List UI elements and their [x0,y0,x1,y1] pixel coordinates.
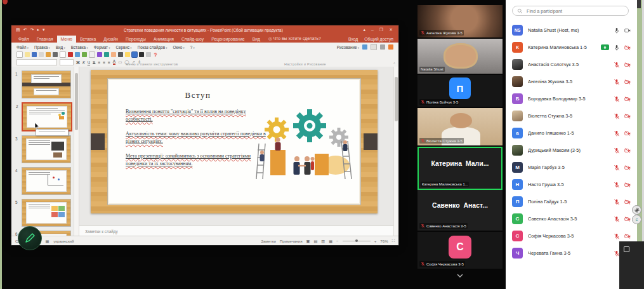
align-right-icon[interactable]: ≡ [108,60,110,65]
camera-off-icon[interactable] [624,96,631,102]
toolbar-icon[interactable] [125,52,130,57]
toolbar-icon[interactable] [82,52,87,57]
annotate-button[interactable] [18,226,42,250]
tab-view[interactable]: Вид [249,36,264,43]
participant-row[interactable]: П Поліна Гайдук 1-5 [506,193,637,210]
search-participant-box[interactable] [512,6,629,16]
current-slide[interactable]: Вступ Визначення поняття "ситуація" та ї… [91,70,378,213]
toolbar-icon[interactable] [132,52,137,57]
video-tile-active-speaker[interactable]: Катерина Мали... Катерина Малиновська 1.… [417,147,503,190]
align-left-icon[interactable]: ≡ [98,60,100,65]
participant-row[interactable]: С Савенко Анастасія 3-5 [506,210,637,227]
camera-off-icon[interactable] [624,130,631,137]
tab-menu[interactable]: Меню [57,36,76,43]
slide-title[interactable]: Вступ [126,90,270,100]
toolbar-icon[interactable] [118,52,123,57]
align-center-icon[interactable]: ≡ [103,60,105,65]
save-icon[interactable]: ▤ [16,27,20,32]
notes-pane[interactable]: Заметки к слайду [79,225,394,236]
video-tile[interactable]: П Поліна Бойчук 3-5 [417,75,503,107]
mic-icon[interactable] [614,44,620,51]
spellcheck-icon[interactable]: ▦ [45,239,49,243]
toolbar-icon[interactable] [53,52,58,57]
muted-mic-icon[interactable] [614,96,620,102]
toolbar-icon[interactable] [25,52,30,57]
slide-thumbnail-4[interactable]: 4 [22,167,71,195]
camera-off-icon[interactable] [624,199,631,205]
zoom-in-button[interactable]: + [374,239,377,243]
muted-mic-icon[interactable] [614,199,620,205]
participant-row[interactable]: Н Настя Груша 3-5 [506,176,637,193]
mic-icon[interactable] [614,27,620,34]
menu-window[interactable]: Окно [173,45,185,50]
participant-row[interactable]: Ч Черевата Ганна 3-5 [506,245,637,262]
toolbar-icon[interactable] [16,51,23,58]
video-tile[interactable]: Ангеліна Жукова 3-5 [417,5,503,37]
toolbar-icon[interactable] [60,51,66,58]
muted-mic-icon[interactable] [614,62,620,68]
video-tile[interactable]: С Софія Черкасова 3-5 [417,232,503,269]
tab-review[interactable]: Рецензирование [207,36,248,43]
slide-thumbnail-3[interactable]: 3 [22,135,71,163]
tab-home[interactable]: Главная [33,36,57,43]
muted-mic-icon[interactable] [614,216,620,222]
camera-off-icon[interactable] [624,233,631,239]
muted-mic-icon[interactable] [614,182,620,188]
participant-row[interactable]: Б Бородавка Володимир 3-5 [506,90,637,107]
menu-slideshow[interactable]: Показ слайдов [138,45,168,50]
menu-help[interactable]: ? [190,45,195,50]
view-slideshow-icon[interactable]: ▦ [329,239,332,243]
participant-row[interactable]: С Софія Черкасова 3-5 [506,227,637,245]
menu-view[interactable]: Вид [56,45,65,50]
slide-paragraph[interactable]: Мета презентації: ознайомитись з основни… [126,152,269,168]
tab-animations[interactable]: Анимация [150,36,178,43]
toolbar-icon[interactable] [39,52,44,57]
zoom-out-button[interactable]: − [336,239,339,243]
tab-file[interactable]: Файл [15,36,33,43]
tell-me-box[interactable]: ◎ Что вы хотите сделать? [268,36,321,43]
camera-off-icon[interactable] [624,44,631,51]
view-reading-icon[interactable]: ▥ [321,239,325,243]
camera-off-icon[interactable] [624,147,631,154]
toolbar-icon[interactable] [139,52,144,57]
camera-off-icon[interactable] [624,216,631,222]
thumbnails-scrollbar[interactable] [74,67,79,236]
muted-mic-icon[interactable] [614,79,620,85]
font-name-box[interactable] [16,59,57,65]
participant-row[interactable]: Ангеліна Жукова 3-5 [506,73,637,90]
menu-format[interactable]: Формат [94,45,110,50]
toolbar-icon[interactable] [146,52,151,57]
search-input[interactable] [525,8,624,15]
restore-button[interactable]: ❐ [379,27,383,32]
zoom-level[interactable]: 76% [380,239,388,243]
undo-icon[interactable]: ↶ [23,27,27,32]
toolbar-icon[interactable] [371,44,377,50]
camera-off-icon[interactable] [624,165,631,171]
participant-row[interactable]: Дурицький Максим (3-5) [506,142,637,159]
shape-rect-icon[interactable]: ▭ [118,60,122,65]
tab-slideshow[interactable]: Слайд-шоу [178,36,207,43]
toolbar-icon[interactable] [104,52,109,57]
toolbar-icon[interactable] [388,44,393,50]
help-icon[interactable]: ❓ [153,53,158,57]
share-button[interactable]: Общий доступ [364,37,393,41]
menu-edit[interactable]: Правка [34,45,50,50]
font-size-box[interactable] [60,59,74,65]
toolbar-icon[interactable] [97,52,102,57]
tab-insert[interactable]: Вставка [76,36,100,43]
zoom-slider[interactable] [343,241,371,241]
toolbar-icon[interactable] [68,52,73,57]
fit-slide-icon[interactable]: ⛶ [392,238,395,243]
participant-row[interactable]: Віолетта Стужна 3-5 [506,107,637,124]
notes-toggle[interactable]: Заметки [261,239,276,243]
comments-toggle[interactable]: Примечания [280,239,303,243]
muted-mic-icon[interactable] [614,233,620,239]
camera-icon[interactable] [624,27,631,34]
sign-in-link[interactable]: Вход [348,37,358,41]
muted-mic-icon[interactable] [614,165,620,171]
bold-button[interactable]: Ж [76,60,80,65]
toolbar-icon[interactable] [89,51,95,58]
participant-row[interactable]: К Катерина Малиновська 1-5 [506,39,637,56]
camera-off-icon[interactable] [624,113,631,119]
video-tile[interactable]: Natalia Shust [417,39,503,74]
